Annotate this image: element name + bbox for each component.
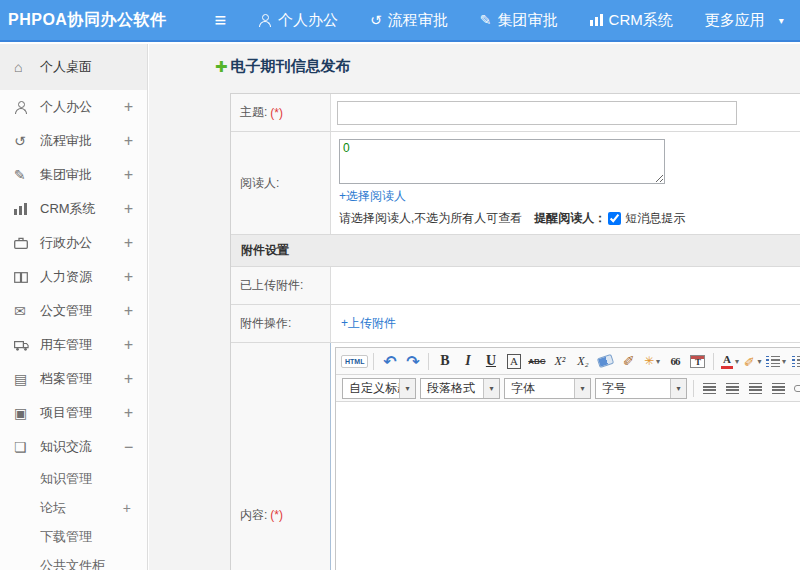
hamburger-menu-icon[interactable]: ≡ xyxy=(214,10,226,30)
collapse-minus[interactable]: − xyxy=(124,438,133,456)
sms-remind-checkbox[interactable] xyxy=(608,212,621,225)
format-painter-button[interactable]: ✐ xyxy=(618,351,639,372)
attachment-action-row: 附件操作: +上传附件 xyxy=(231,304,800,342)
font-size-select[interactable]: 字号▾ xyxy=(595,378,687,399)
custom-heading-select[interactable]: 自定义标题▾ xyxy=(342,378,416,399)
editor-content-area[interactable] xyxy=(336,402,800,570)
sidebar-item-personal-office[interactable]: 个人办公 + xyxy=(0,90,147,124)
nav-group-approval[interactable]: ✎ 集团审批 xyxy=(480,11,558,30)
chevron-down-icon: ▾ xyxy=(574,379,590,398)
highlight-color-button[interactable]: ✎▾ xyxy=(742,351,763,372)
select-readers-link[interactable]: +选择阅读人 xyxy=(339,188,800,205)
nav-process-approval[interactable]: ↺ 流程审批 xyxy=(370,11,448,30)
expand-plus[interactable]: + xyxy=(124,200,133,218)
expand-plus[interactable]: + xyxy=(124,234,133,252)
expand-plus[interactable]: + xyxy=(124,336,133,354)
app-logo: PHPOA协同办公软件 xyxy=(8,10,166,31)
sidebar-item-hr[interactable]: 人力资源 + xyxy=(0,260,147,294)
marker-pen-icon: ✎ xyxy=(742,356,757,367)
link-icon xyxy=(794,384,800,393)
font-color-button[interactable]: A▾ xyxy=(719,351,740,372)
align-center-button[interactable] xyxy=(722,378,743,399)
archive-icon: ▤ xyxy=(14,371,31,387)
nav-more-apps[interactable]: 更多应用 ▾ xyxy=(705,11,784,30)
align-right-icon xyxy=(749,383,762,394)
undo-button[interactable]: ↶ xyxy=(379,351,400,372)
nav-crm-system[interactable]: CRM系统 xyxy=(590,11,673,30)
expand-plus[interactable]: + xyxy=(123,500,131,516)
paint-brush-icon: ✐ xyxy=(623,353,635,369)
sidebar-subitem-public-cabinet[interactable]: 公共文件柜 xyxy=(0,551,147,570)
sms-remind-label: 短消息提示 xyxy=(625,210,685,227)
unordered-list-button[interactable] xyxy=(788,351,800,372)
clipboard-icon: ▣ xyxy=(14,405,31,421)
bold-button[interactable]: B xyxy=(434,351,455,372)
sidebar-item-knowledge[interactable]: ❏ 知识交流 − xyxy=(0,430,147,464)
expand-plus[interactable]: + xyxy=(124,404,133,422)
align-left-button[interactable] xyxy=(699,378,720,399)
expand-plus[interactable]: + xyxy=(124,370,133,388)
chevron-down-icon: ▾ xyxy=(779,15,784,26)
blockquote-button[interactable]: 66 xyxy=(664,351,685,372)
font-family-select[interactable]: 字体▾ xyxy=(504,378,591,399)
ordered-list-button[interactable]: ▾ xyxy=(765,351,786,372)
sidebar-item-archive[interactable]: ▤ 档案管理 + xyxy=(0,362,147,396)
align-justify-button[interactable] xyxy=(768,378,789,399)
sidebar-subitem-forum[interactable]: 论坛 + xyxy=(0,493,147,522)
subscript-button[interactable]: X₂ xyxy=(572,351,593,372)
insert-date-button[interactable]: T xyxy=(687,351,708,372)
edit-icon: ✎ xyxy=(14,167,31,183)
eraser-button[interactable] xyxy=(595,351,616,372)
insert-link-button[interactable] xyxy=(791,378,800,399)
readers-textarea[interactable]: 0 xyxy=(339,139,665,184)
sidebar-item-admin-office[interactable]: 行政办公 + xyxy=(0,226,147,260)
subject-input[interactable] xyxy=(337,101,737,125)
redo-button[interactable]: ↷ xyxy=(402,351,423,372)
toolbar-separator xyxy=(693,380,694,397)
remind-readers-label: 提醒阅读人： xyxy=(534,210,606,227)
sidebar-item-group-approval[interactable]: ✎ 集团审批 + xyxy=(0,158,147,192)
sidebar-item-desktop[interactable]: ⌂ 个人桌面 xyxy=(0,44,147,90)
redo-icon: ↷ xyxy=(406,352,419,371)
sidebar-item-vehicle[interactable]: 用车管理 + xyxy=(0,328,147,362)
underline-button[interactable]: U xyxy=(480,351,501,372)
paragraph-format-select[interactable]: 段落格式▾ xyxy=(420,378,500,399)
align-left-icon xyxy=(703,383,716,394)
superscript-button[interactable]: X² xyxy=(549,351,570,372)
sidebar: ⌂ 个人桌面 个人办公 + ↺ 流程审批 + ✎ 集团审批 + CRM系统 + … xyxy=(0,44,148,570)
toolbar-separator xyxy=(713,353,714,370)
sidebar-item-crm[interactable]: CRM系统 + xyxy=(0,192,147,226)
expand-plus[interactable]: + xyxy=(124,302,133,320)
bar-chart-icon xyxy=(590,14,603,26)
attachment-action-label: 附件操作: xyxy=(240,315,291,332)
sidebar-item-project[interactable]: ▣ 项目管理 + xyxy=(0,396,147,430)
sidebar-item-document[interactable]: ✉ 公文管理 + xyxy=(0,294,147,328)
sidebar-subitem-download-mgmt[interactable]: 下载管理 xyxy=(0,522,147,551)
briefcase-icon xyxy=(14,237,31,249)
chevron-down-icon: ▾ xyxy=(399,379,415,398)
ordered-list-icon xyxy=(766,356,780,367)
auto-format-button[interactable]: ✳▾ xyxy=(641,351,662,372)
expand-plus[interactable]: + xyxy=(124,98,133,116)
upload-attachment-link[interactable]: +上传附件 xyxy=(341,315,396,332)
editor-toolbar-row2: 自定义标题▾ 段落格式▾ 字体▾ 字号▾ xyxy=(336,375,800,402)
chevron-down-icon: ▾ xyxy=(483,379,499,398)
align-right-button[interactable] xyxy=(745,378,766,399)
nav-personal-office[interactable]: 个人办公 xyxy=(258,11,338,30)
sidebar-item-process-approval[interactable]: ↺ 流程审批 + xyxy=(0,124,147,158)
sidebar-subitem-knowledge-mgmt[interactable]: 知识管理 xyxy=(0,464,147,493)
edit-icon: ✎ xyxy=(480,12,492,28)
expand-plus[interactable]: + xyxy=(124,166,133,184)
green-plus-icon: ✚ xyxy=(215,58,228,76)
html-source-button[interactable]: HTML xyxy=(341,351,368,372)
expand-plus[interactable]: + xyxy=(124,132,133,150)
font-style-button[interactable]: A xyxy=(503,351,524,372)
expand-plus[interactable]: + xyxy=(124,268,133,286)
strikethrough-button[interactable]: ABC xyxy=(526,351,547,372)
user-icon xyxy=(258,14,272,27)
content-row: 内容: (*) HTML ↶ ↷ B I U A xyxy=(231,342,800,570)
page-title: ✚ 电子期刊信息发布 xyxy=(215,57,351,76)
required-mark: (*) xyxy=(270,106,283,120)
italic-button[interactable]: I xyxy=(457,351,478,372)
chevron-down-icon: ▾ xyxy=(670,379,686,398)
